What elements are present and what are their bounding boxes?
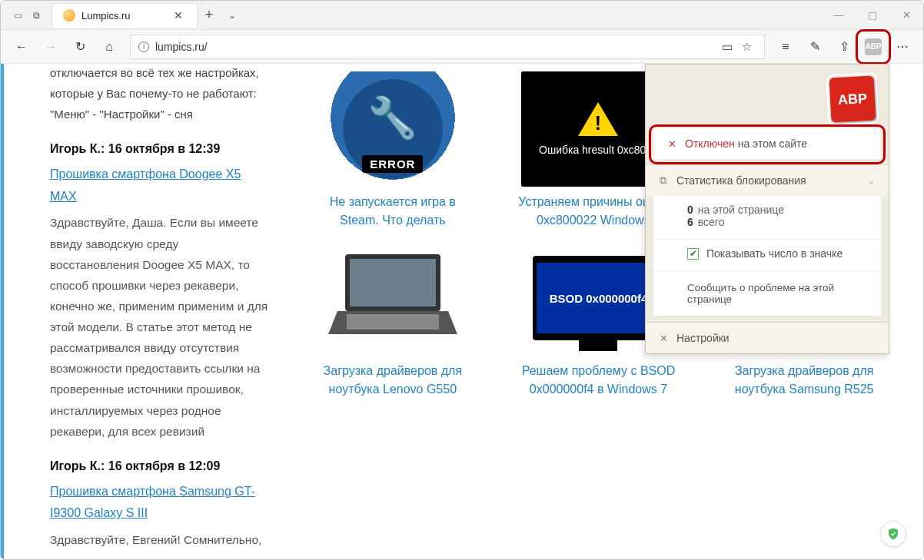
notes-icon[interactable]: ✎ bbox=[802, 34, 828, 60]
stat-total-count: 6 bbox=[687, 216, 693, 228]
favorites-bar-icon[interactable]: ≡ bbox=[773, 34, 799, 60]
monitor-icon: BSOD 0x000000f4 bbox=[533, 256, 663, 340]
favicon-icon bbox=[63, 9, 75, 22]
abp-settings-button[interactable]: ✕ Настройки bbox=[646, 322, 889, 353]
article-title: Решаем проблему с BSOD 0x000000f4 в Wind… bbox=[517, 362, 679, 399]
svg-rect-2 bbox=[347, 314, 439, 330]
abp-logo-icon: ABP bbox=[829, 76, 876, 123]
thumb-laptop bbox=[316, 240, 470, 356]
share-icon[interactable]: ⇪ bbox=[831, 34, 857, 60]
address-bar: ← → ↻ ⌂ i lumpics.ru/ ▭ ☆ ≡ ✎ ⇪ ABP ⋯ bbox=[1, 30, 923, 64]
chevron-down-icon: ⌄ bbox=[868, 176, 875, 186]
bsod-label: BSOD 0x000000f4 bbox=[537, 263, 660, 333]
highlight-ring bbox=[856, 29, 891, 65]
refresh-button[interactable]: ↻ bbox=[67, 34, 93, 60]
checkbox-checked-icon: ✔ bbox=[687, 248, 699, 260]
abp-show-badge-checkbox[interactable]: ✔ Показывать число в значке bbox=[653, 239, 881, 270]
stat-page-count: 0 bbox=[687, 204, 693, 216]
wrench-icon: 🔧 bbox=[367, 94, 417, 141]
gear-icon: ✕ bbox=[660, 333, 676, 344]
minimize-button[interactable]: — bbox=[822, 1, 856, 30]
back-button[interactable]: ← bbox=[8, 34, 35, 60]
error-badge: ERROR bbox=[362, 155, 423, 173]
tab-set-aside-icon[interactable]: ⧉ bbox=[27, 10, 45, 21]
comment-body-truncated: отключается во всё тех же настройках, ко… bbox=[50, 64, 269, 124]
maximize-button[interactable]: ▢ bbox=[856, 1, 889, 30]
abp-settings-label: Настройки bbox=[676, 332, 730, 344]
comment-body: Здравствуйте, Даша. Если вы имеете ввиду… bbox=[50, 212, 269, 441]
warning-icon bbox=[578, 102, 618, 136]
url-text: lumpics.ru/ bbox=[155, 41, 717, 53]
tab-title: Lumpics.ru bbox=[81, 10, 171, 22]
article-title: Не запускается игра в Steam. Что делать bbox=[312, 193, 474, 230]
article-card[interactable]: 🔧 ERROR Не запускается игра в Steam. Что… bbox=[297, 71, 489, 230]
forward-button: → bbox=[38, 34, 64, 60]
close-window-button[interactable]: ✕ bbox=[889, 1, 923, 30]
abp-popup: ABP ✕ Отключен на этом сайте ⧉ Статистик… bbox=[645, 64, 889, 354]
comment-header: Игорь К.: 16 октября в 12:09 bbox=[50, 456, 269, 478]
abp-stats-label: Статистика блокирования bbox=[676, 174, 806, 187]
close-tab-icon[interactable]: ✕ bbox=[171, 9, 186, 22]
home-button[interactable]: ⌂ bbox=[96, 34, 122, 60]
abp-stats-header[interactable]: ⧉ Статистика блокирования ⌄ bbox=[646, 164, 889, 196]
shield-check-icon bbox=[886, 527, 900, 541]
stat-total-label: всего bbox=[698, 216, 725, 228]
tab-dropdown-icon[interactable]: ⌄ bbox=[221, 10, 244, 21]
laptop-icon bbox=[324, 248, 462, 348]
favorite-icon[interactable]: ☆ bbox=[737, 40, 756, 54]
abp-stats-body: 0на этой странице 6всего bbox=[653, 196, 881, 239]
abp-extension-button[interactable]: ABP bbox=[860, 34, 886, 60]
comments-sidebar: отключается во всё тех же настройках, ко… bbox=[1, 64, 289, 560]
window-controls: — ▢ ✕ bbox=[822, 1, 923, 30]
abp-report-link[interactable]: Сообщить о проблеме на этой странице bbox=[653, 270, 881, 316]
more-menu-icon[interactable]: ⋯ bbox=[889, 34, 916, 60]
tab-preview-icon[interactable]: ▭ bbox=[8, 10, 27, 21]
reading-view-icon[interactable]: ▭ bbox=[717, 40, 737, 54]
stat-page-label: на этой странице bbox=[698, 204, 784, 216]
browser-tab[interactable]: Lumpics.ru ✕ bbox=[52, 3, 198, 28]
checkbox-label: Показывать число в значке bbox=[706, 247, 843, 260]
article-title: Загрузка драйверов для ноутбука Samsung … bbox=[723, 362, 885, 399]
new-tab-button[interactable]: + bbox=[198, 7, 221, 23]
security-badge[interactable] bbox=[880, 521, 906, 547]
article-card[interactable]: Загрузка драйверов для ноутбука Lenovo G… bbox=[297, 240, 489, 399]
page-content: отключается во всё тех же настройках, ко… bbox=[1, 64, 923, 560]
comment-link[interactable]: Прошивка смартфона Doogee X5 MAX bbox=[50, 164, 269, 208]
chart-icon: ⧉ bbox=[660, 174, 676, 187]
svg-rect-1 bbox=[350, 259, 436, 307]
thumb-steam-error: 🔧 ERROR bbox=[316, 71, 470, 187]
highlight-ring bbox=[649, 124, 886, 164]
site-info-icon[interactable]: i bbox=[138, 41, 149, 52]
comment-body: Здравствуйте, Евгений! Сомнительно, bbox=[50, 529, 269, 550]
thumb-label: Ошибка hresult 0xc8002 bbox=[539, 144, 658, 156]
url-field[interactable]: i lumpics.ru/ ▭ ☆ bbox=[130, 35, 765, 59]
article-title: Загрузка драйверов для ноутбука Lenovo G… bbox=[312, 362, 474, 399]
titlebar: ▭ ⧉ Lumpics.ru ✕ + ⌄ — ▢ ✕ bbox=[1, 1, 923, 30]
comment-link[interactable]: Прошивка смартфона Samsung GT-I9300 Gala… bbox=[50, 481, 269, 525]
comment-header: Игорь К.: 16 октября в 12:39 bbox=[50, 138, 269, 161]
